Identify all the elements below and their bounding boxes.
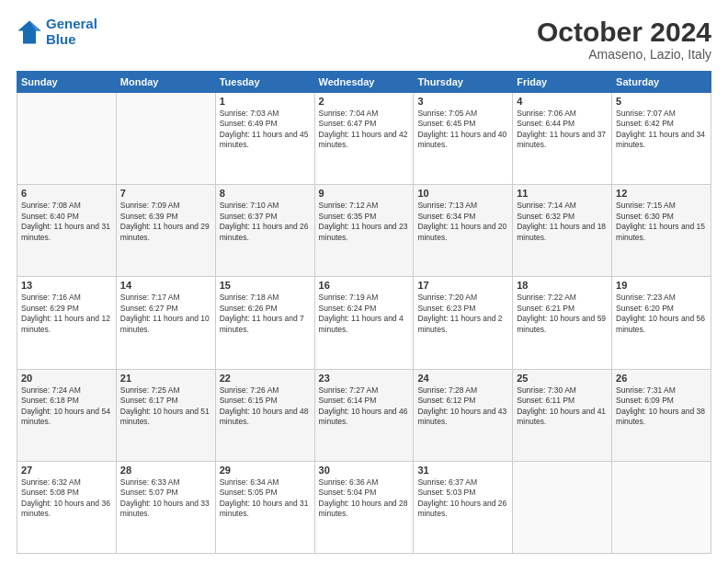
calendar-day-cell: 17Sunrise: 7:20 AM Sunset: 6:23 PM Dayli… [414,277,513,369]
day-info: Sunrise: 7:09 AM Sunset: 6:39 PM Dayligh… [120,201,211,243]
day-info: Sunrise: 7:23 AM Sunset: 6:20 PM Dayligh… [616,293,707,335]
day-number: 31 [417,465,508,476]
weekday-header-row: Sunday Monday Tuesday Wednesday Thursday… [17,72,711,93]
calendar-week-row: 20Sunrise: 7:24 AM Sunset: 6:18 PM Dayli… [17,369,711,461]
day-number: 28 [120,465,211,476]
day-number: 15 [220,280,311,291]
day-info: Sunrise: 7:28 AM Sunset: 6:12 PM Dayligh… [417,385,508,428]
header-thursday: Thursday [414,72,513,93]
day-number: 7 [120,188,211,199]
calendar-day-cell: 21Sunrise: 7:25 AM Sunset: 6:17 PM Dayli… [116,369,215,461]
day-number: 6 [21,188,112,199]
calendar-day-cell: 27Sunrise: 6:32 AM Sunset: 5:08 PM Dayli… [17,461,117,553]
day-info: Sunrise: 6:33 AM Sunset: 5:07 PM Dayligh… [120,477,211,520]
calendar-day-cell: 8Sunrise: 7:10 AM Sunset: 6:37 PM Daylig… [215,185,314,277]
logo-icon [17,19,42,45]
day-number: 21 [120,373,211,384]
day-info: Sunrise: 7:12 AM Sunset: 6:35 PM Dayligh… [319,201,410,243]
day-info: Sunrise: 7:15 AM Sunset: 6:30 PM Dayligh… [616,201,707,243]
day-info: Sunrise: 6:36 AM Sunset: 5:04 PM Dayligh… [319,477,410,520]
calendar-day-cell: 6Sunrise: 7:08 AM Sunset: 6:40 PM Daylig… [17,185,117,277]
day-number: 10 [417,188,508,199]
day-info: Sunrise: 7:19 AM Sunset: 6:24 PM Dayligh… [319,293,410,335]
calendar-day-cell: 5Sunrise: 7:07 AM Sunset: 6:42 PM Daylig… [612,93,711,185]
calendar-week-row: 1Sunrise: 7:03 AM Sunset: 6:49 PM Daylig… [17,93,711,185]
day-info: Sunrise: 7:06 AM Sunset: 6:44 PM Dayligh… [517,109,608,151]
day-info: Sunrise: 7:17 AM Sunset: 6:27 PM Dayligh… [120,293,211,335]
logo-text: General Blue [46,17,97,47]
day-info: Sunrise: 7:25 AM Sunset: 6:17 PM Dayligh… [120,385,211,428]
calendar-day-cell: 10Sunrise: 7:13 AM Sunset: 6:34 PM Dayli… [414,185,513,277]
calendar-day-cell: 9Sunrise: 7:12 AM Sunset: 6:35 PM Daylig… [314,185,414,277]
header: General Blue October 2024 Amaseno, Lazio… [17,17,711,62]
calendar-day-cell: 18Sunrise: 7:22 AM Sunset: 6:21 PM Dayli… [513,277,612,369]
calendar-day-cell: 11Sunrise: 7:14 AM Sunset: 6:32 PM Dayli… [513,185,612,277]
day-number: 23 [319,373,410,384]
day-number: 26 [616,373,707,384]
day-number: 17 [417,280,508,291]
calendar-day-cell: 14Sunrise: 7:17 AM Sunset: 6:27 PM Dayli… [116,277,215,369]
calendar-day-cell: 24Sunrise: 7:28 AM Sunset: 6:12 PM Dayli… [414,369,513,461]
header-monday: Monday [116,72,215,93]
calendar-day-cell: 2Sunrise: 7:04 AM Sunset: 6:47 PM Daylig… [314,93,414,185]
day-info: Sunrise: 7:04 AM Sunset: 6:47 PM Dayligh… [319,109,410,151]
day-info: Sunrise: 7:20 AM Sunset: 6:23 PM Dayligh… [417,293,508,335]
day-info: Sunrise: 7:26 AM Sunset: 6:15 PM Dayligh… [220,385,311,428]
calendar-day-cell: 30Sunrise: 6:36 AM Sunset: 5:04 PM Dayli… [314,461,414,553]
day-info: Sunrise: 6:34 AM Sunset: 5:05 PM Dayligh… [220,477,311,520]
day-info: Sunrise: 7:14 AM Sunset: 6:32 PM Dayligh… [517,201,608,243]
day-number: 2 [319,96,410,107]
page: General Blue October 2024 Amaseno, Lazio… [0,0,728,563]
day-number: 14 [120,280,211,291]
day-info: Sunrise: 7:24 AM Sunset: 6:18 PM Dayligh… [21,385,112,428]
day-number: 5 [616,96,707,107]
logo: General Blue [17,17,97,47]
calendar-day-cell: 31Sunrise: 6:37 AM Sunset: 5:03 PM Dayli… [414,461,513,553]
day-info: Sunrise: 6:37 AM Sunset: 5:03 PM Dayligh… [417,477,508,520]
calendar-day-cell: 22Sunrise: 7:26 AM Sunset: 6:15 PM Dayli… [215,369,314,461]
calendar-day-cell: 4Sunrise: 7:06 AM Sunset: 6:44 PM Daylig… [513,93,612,185]
calendar-day-cell [612,461,711,553]
calendar-day-cell: 16Sunrise: 7:19 AM Sunset: 6:24 PM Dayli… [314,277,414,369]
calendar-day-cell: 26Sunrise: 7:31 AM Sunset: 6:09 PM Dayli… [612,369,711,461]
day-info: Sunrise: 7:30 AM Sunset: 6:11 PM Dayligh… [517,385,608,428]
calendar-table: Sunday Monday Tuesday Wednesday Thursday… [17,71,711,554]
calendar-week-row: 6Sunrise: 7:08 AM Sunset: 6:40 PM Daylig… [17,185,711,277]
calendar-day-cell: 20Sunrise: 7:24 AM Sunset: 6:18 PM Dayli… [17,369,117,461]
calendar-day-cell: 28Sunrise: 6:33 AM Sunset: 5:07 PM Dayli… [116,461,215,553]
day-number: 30 [319,465,410,476]
calendar-week-row: 13Sunrise: 7:16 AM Sunset: 6:29 PM Dayli… [17,277,711,369]
calendar-day-cell: 23Sunrise: 7:27 AM Sunset: 6:14 PM Dayli… [314,369,414,461]
day-info: Sunrise: 7:10 AM Sunset: 6:37 PM Dayligh… [220,201,311,243]
day-info: Sunrise: 7:31 AM Sunset: 6:09 PM Dayligh… [616,385,707,428]
svg-marker-0 [17,20,40,43]
title-block: October 2024 Amaseno, Lazio, Italy [537,17,711,62]
day-info: Sunrise: 7:16 AM Sunset: 6:29 PM Dayligh… [21,293,112,335]
day-number: 11 [517,188,608,199]
day-number: 29 [220,465,311,476]
calendar-day-cell: 25Sunrise: 7:30 AM Sunset: 6:11 PM Dayli… [513,369,612,461]
day-number: 24 [417,373,508,384]
header-saturday: Saturday [612,72,711,93]
header-tuesday: Tuesday [215,72,314,93]
header-sunday: Sunday [17,72,117,93]
day-info: Sunrise: 6:32 AM Sunset: 5:08 PM Dayligh… [21,477,112,520]
header-wednesday: Wednesday [314,72,414,93]
day-number: 8 [220,188,311,199]
day-info: Sunrise: 7:27 AM Sunset: 6:14 PM Dayligh… [319,385,410,428]
day-number: 4 [517,96,608,107]
day-number: 3 [417,96,508,107]
day-info: Sunrise: 7:08 AM Sunset: 6:40 PM Dayligh… [21,201,112,243]
day-info: Sunrise: 7:13 AM Sunset: 6:34 PM Dayligh… [417,201,508,243]
calendar-week-row: 27Sunrise: 6:32 AM Sunset: 5:08 PM Dayli… [17,461,711,553]
day-info: Sunrise: 7:22 AM Sunset: 6:21 PM Dayligh… [517,293,608,335]
calendar-day-cell: 3Sunrise: 7:05 AM Sunset: 6:45 PM Daylig… [414,93,513,185]
day-info: Sunrise: 7:05 AM Sunset: 6:45 PM Dayligh… [417,109,508,151]
month-title: October 2024 [537,17,711,47]
calendar-day-cell [17,93,117,185]
day-number: 22 [220,373,311,384]
calendar-day-cell: 29Sunrise: 6:34 AM Sunset: 5:05 PM Dayli… [215,461,314,553]
location: Amaseno, Lazio, Italy [537,47,711,62]
calendar-day-cell [513,461,612,553]
calendar-day-cell [116,93,215,185]
